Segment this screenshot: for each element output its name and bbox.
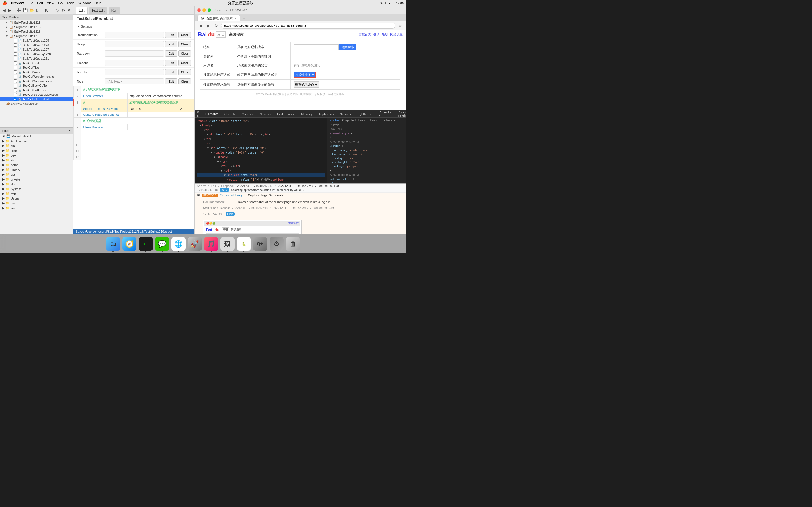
tree-item-external[interactable]: 📦 External Resources	[0, 101, 73, 106]
devtools-tab-perf-insights[interactable]: Performance insights ▾	[395, 109, 406, 119]
tree-checkbox[interactable]	[13, 43, 17, 47]
tree-checkbox[interactable]	[13, 57, 17, 60]
tree-checkbox[interactable]	[13, 70, 17, 74]
file-library[interactable]: ▶ 📁 Library	[0, 167, 73, 172]
form-search-btn[interactable]: 超级搜索	[340, 44, 356, 50]
tree-item-getwebelement[interactable]: 🔬 TestGetWebelement_s	[0, 74, 73, 79]
tree-item-case1227[interactable]: 📄 SallyTestCase1227	[0, 47, 73, 52]
file-dev[interactable]: ▶ 📁 dev	[0, 153, 73, 158]
tree-checkbox[interactable]	[13, 89, 17, 92]
step-row-6[interactable]: 6 # 关闭浏览器	[73, 118, 194, 124]
devtools-tab-sources[interactable]: Sources	[239, 111, 256, 117]
devtools-expand[interactable]: ⚙ ▶	[197, 110, 200, 118]
devtools-tab-performance[interactable]: Performance	[274, 111, 298, 117]
form-count-select[interactable]: 每页显示10条	[294, 81, 319, 88]
menu-view[interactable]: View	[47, 1, 54, 5]
field-template-clear[interactable]: Clear	[179, 69, 191, 75]
step-row-3[interactable]: 3 # 选择"按相关性排序"的搜索结果排序	[73, 99, 194, 106]
step-row-10[interactable]: 10	[73, 142, 194, 148]
dock-safari[interactable]: 🧭	[122, 237, 137, 251]
tree-item-case1225[interactable]: 📄 SallyTestCase1225	[0, 38, 73, 43]
baidu-nav-register[interactable]: 注册	[382, 33, 388, 37]
tree-item-getselectedlistvalue[interactable]: 🔬 TestGetSelectedListValue	[0, 93, 73, 97]
toolbar-open[interactable]: 📂	[29, 7, 34, 13]
devtools-tab-security[interactable]: Security	[337, 111, 354, 117]
toolbar-k[interactable]: K	[45, 7, 49, 13]
app-name[interactable]: Preview	[11, 1, 24, 5]
menu-help[interactable]: Help	[94, 1, 101, 5]
menu-go[interactable]: Go	[58, 1, 63, 5]
field-timeout-edit[interactable]: Edit	[165, 60, 177, 66]
step-row-7[interactable]: 7 Close Browser	[73, 124, 194, 130]
file-var[interactable]: ▶ 📁 var	[0, 206, 73, 210]
dock-wechat[interactable]: 💬	[155, 237, 169, 251]
toolbar-settings-icon[interactable]: ⚙	[61, 7, 65, 13]
file-home[interactable]: ▶ 📁 home	[0, 163, 73, 167]
field-setup-edit[interactable]: Edit	[165, 41, 177, 47]
tree-item-suite1218[interactable]: ▶ 📋 SallyTestSuite1218	[0, 29, 73, 34]
field-tags-input[interactable]: <Add New>	[105, 78, 164, 84]
tree-checkbox[interactable]	[13, 79, 17, 83]
menu-edit[interactable]: Edit	[37, 1, 43, 5]
dock-terminal[interactable]: >_	[139, 237, 153, 251]
traffic-red[interactable]	[197, 8, 201, 12]
tree-item-case1226[interactable]: 📄 SallyTestCase1226	[0, 43, 73, 47]
tree-item-getwindowtitles[interactable]: 🔬 TestGetWindowTitles	[0, 79, 73, 83]
traffic-green[interactable]	[207, 8, 211, 12]
toolbar-forward[interactable]: ▶	[8, 7, 12, 13]
field-template-edit[interactable]: Edit	[165, 69, 177, 75]
tree-item-selectfromlist[interactable]: 🔬 TestSelectFromList	[0, 97, 73, 101]
tab-edit[interactable]: Edit	[75, 7, 88, 14]
field-teardown-edit[interactable]: Edit	[165, 50, 177, 57]
file-cores[interactable]: ▶ 📁 cores	[0, 148, 73, 153]
tree-checkbox[interactable]	[13, 84, 17, 87]
toolbar-add[interactable]: ➕	[16, 7, 21, 13]
traffic-yellow[interactable]	[202, 8, 206, 12]
file-tmp[interactable]: ▶ 📁 tmp	[0, 191, 73, 196]
tree-checkbox[interactable]	[13, 39, 17, 42]
tab-text-edit[interactable]: Text Edit	[89, 7, 107, 13]
dock-rocket[interactable]: 🚀	[188, 237, 202, 251]
tab-close-btn[interactable]: ✕	[234, 17, 237, 20]
field-setup-clear[interactable]: Clear	[179, 41, 191, 47]
field-tags-edit[interactable]: Edit	[165, 78, 177, 84]
file-opt[interactable]: ▶ 📁 opt	[0, 172, 73, 177]
form-baname-input[interactable]	[294, 44, 339, 50]
file-etc[interactable]: ▶ 📁 etc	[0, 158, 73, 163]
toolbar-run2[interactable]: ▷	[56, 7, 59, 13]
devtools-tab-console[interactable]: Console	[221, 111, 239, 117]
dock-settings[interactable]: ⚙	[269, 237, 284, 251]
devtools-tab-elements[interactable]: Elements	[202, 111, 221, 117]
dock-chrome[interactable]: 🌐	[171, 237, 186, 251]
nav-forward[interactable]: ▶	[205, 22, 211, 29]
field-timeout-clear[interactable]: Clear	[179, 60, 191, 66]
tree-item-getvalue[interactable]: 🔬 TestGetValue	[0, 70, 73, 74]
devtools-tab-application[interactable]: Application	[316, 111, 337, 117]
dock-preview[interactable]: 🖼	[220, 237, 235, 251]
step-row-5[interactable]: 5 Capture Page Screenshot	[73, 112, 194, 118]
toolbar-back[interactable]: ◀	[2, 7, 6, 13]
styles-tab[interactable]: Styles	[329, 119, 340, 122]
tree-checkbox[interactable]	[13, 75, 17, 78]
tree-checkbox-selected[interactable]	[13, 98, 17, 101]
tree-item-caseq1228[interactable]: 📄 SallyTestCaseq1228	[0, 52, 73, 56]
form-keyword-input[interactable]	[294, 54, 350, 59]
file-system[interactable]: ▶ 📁 System	[0, 186, 73, 191]
tree-item-suite1213[interactable]: ▶ 📋 SallyTestSuite1213	[0, 20, 73, 25]
toolbar-run-icon[interactable]: ▷	[36, 7, 40, 13]
dock-music[interactable]: 🎵	[204, 237, 218, 251]
devtools-tab-lighthouse[interactable]: Lighthouse	[354, 111, 375, 117]
toolbar-close[interactable]: ✕	[67, 7, 71, 13]
step-row-8[interactable]: 8	[73, 130, 194, 136]
tab-run[interactable]: Run	[109, 7, 120, 13]
settings-toggle[interactable]: ▼ Settings	[77, 24, 191, 29]
form-sort-select[interactable]: 相关性排序 时间排序	[294, 71, 316, 78]
tree-item-gettitle[interactable]: 🔬 TestGetTitle	[0, 65, 73, 70]
devtools-tab-memory[interactable]: Memory	[298, 111, 315, 117]
log-collapse-2[interactable]: ▼	[197, 194, 200, 196]
files-close-icon[interactable]: ✕	[68, 129, 71, 132]
menu-tools[interactable]: Tools	[66, 1, 74, 5]
step-row-9[interactable]: 9	[73, 136, 194, 142]
file-usr[interactable]: ▶ 📁 usr	[0, 201, 73, 206]
step-row-1[interactable]: 1 # 打开百度贴吧高级搜索页	[73, 87, 194, 93]
